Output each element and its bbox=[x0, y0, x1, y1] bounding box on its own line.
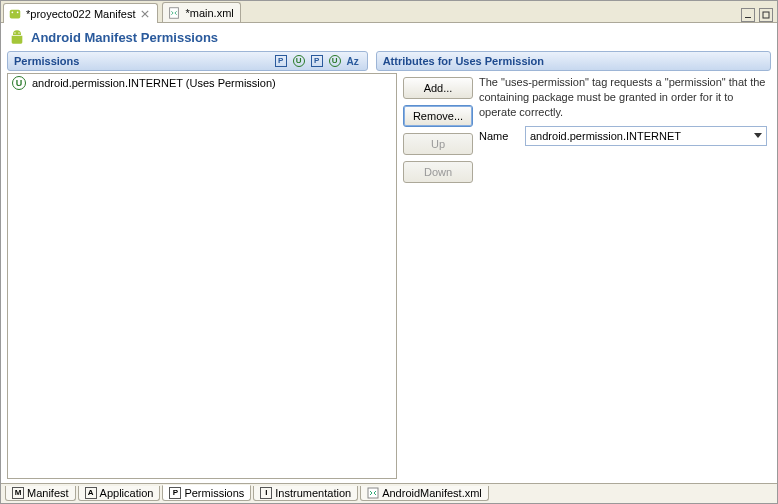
up-button[interactable]: Up bbox=[403, 133, 473, 155]
uses-permission-icon: U bbox=[12, 76, 26, 90]
minimize-icon[interactable] bbox=[741, 8, 755, 22]
tab-label: AndroidManifest.xml bbox=[382, 487, 482, 499]
list-item-label: android.permission.INTERNET (Uses Permis… bbox=[32, 77, 276, 89]
tab-instrumentation[interactable]: I Instrumentation bbox=[253, 486, 358, 501]
filter-u-icon[interactable]: U bbox=[291, 53, 307, 69]
svg-rect-0 bbox=[10, 9, 21, 18]
tab-label: *main.xml bbox=[185, 7, 233, 19]
tab-androidmanifest-xml[interactable]: AndroidManifest.xml bbox=[360, 486, 489, 501]
chevron-down-icon bbox=[754, 133, 762, 138]
tab-permissions[interactable]: P Permissions bbox=[162, 485, 251, 501]
svg-point-7 bbox=[18, 32, 19, 33]
tab-label: Application bbox=[100, 487, 154, 499]
tab-label: Manifest bbox=[27, 487, 69, 499]
attributes-description: The "uses-permission" tag requests a "pe… bbox=[479, 75, 767, 120]
svg-rect-4 bbox=[745, 17, 751, 18]
filter-p2-icon[interactable]: P bbox=[309, 53, 325, 69]
tab-letter-icon: A bbox=[85, 487, 97, 499]
tab-letter-icon: P bbox=[169, 487, 181, 499]
page-title: Android Manifest Permissions bbox=[31, 30, 218, 45]
name-label: Name bbox=[479, 130, 519, 142]
svg-point-1 bbox=[12, 11, 14, 13]
android-file-icon bbox=[8, 7, 22, 21]
section-title: Permissions bbox=[14, 55, 79, 67]
editor-bottom-tabs: M Manifest A Application P Permissions I… bbox=[1, 483, 777, 503]
page-header: Android Manifest Permissions bbox=[1, 23, 777, 49]
remove-button[interactable]: Remove... bbox=[403, 105, 473, 127]
android-icon bbox=[9, 29, 25, 45]
xml-file-icon bbox=[167, 6, 181, 20]
tab-label: *proyecto022 Manifest bbox=[26, 8, 135, 20]
tab-label: Permissions bbox=[184, 487, 244, 499]
maximize-icon[interactable] bbox=[759, 8, 773, 22]
svg-point-6 bbox=[14, 32, 15, 33]
tab-manifest[interactable]: M Manifest bbox=[5, 486, 76, 501]
attributes-section-header: Attributes for Uses Permission bbox=[376, 51, 771, 71]
svg-rect-5 bbox=[763, 12, 769, 18]
permissions-list[interactable]: U android.permission.INTERNET (Uses Perm… bbox=[7, 73, 397, 479]
svg-point-2 bbox=[17, 11, 19, 13]
tab-main-xml[interactable]: *main.xml bbox=[162, 2, 240, 22]
xml-file-icon bbox=[367, 487, 379, 499]
tab-label: Instrumentation bbox=[275, 487, 351, 499]
filter-p-icon[interactable]: P bbox=[273, 53, 289, 69]
tab-manifest-editor[interactable]: *proyecto022 Manifest bbox=[3, 3, 158, 23]
list-item[interactable]: U android.permission.INTERNET (Uses Perm… bbox=[8, 74, 396, 92]
svg-rect-3 bbox=[170, 7, 179, 18]
name-combobox[interactable]: android.permission.INTERNET bbox=[525, 126, 767, 146]
tab-letter-icon: M bbox=[12, 487, 24, 499]
tab-application[interactable]: A Application bbox=[78, 486, 161, 501]
tab-letter-icon: I bbox=[260, 487, 272, 499]
section-title: Attributes for Uses Permission bbox=[383, 55, 544, 67]
down-button[interactable]: Down bbox=[403, 161, 473, 183]
add-button[interactable]: Add... bbox=[403, 77, 473, 99]
sort-az-icon[interactable]: Az bbox=[345, 53, 361, 69]
name-value: android.permission.INTERNET bbox=[530, 130, 681, 142]
svg-rect-8 bbox=[368, 488, 378, 498]
editor-tabs: *proyecto022 Manifest *main.xml bbox=[1, 1, 777, 23]
permissions-section-header: Permissions P U P U Az bbox=[7, 51, 368, 71]
filter-u2-icon[interactable]: U bbox=[327, 53, 343, 69]
close-icon[interactable] bbox=[139, 8, 151, 20]
